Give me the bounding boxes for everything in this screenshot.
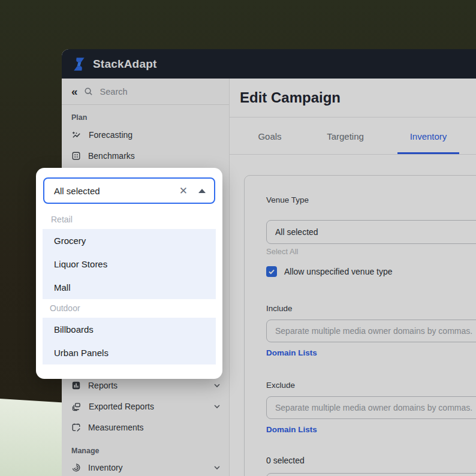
- option-grocery[interactable]: Grocery: [43, 229, 216, 252]
- dropdown-group-retail: Retail: [51, 215, 73, 224]
- venue-type-dropdown: All selected ✕ Retail Grocery Liquor Sto…: [36, 168, 222, 379]
- caret-up-icon[interactable]: [198, 189, 206, 193]
- clear-selection-icon[interactable]: ✕: [179, 186, 188, 196]
- option-mall[interactable]: Mall: [43, 276, 216, 299]
- dropdown-value: All selected: [54, 186, 100, 196]
- outdoor-options: Billboards Urban Panels: [43, 318, 216, 364]
- option-liquor-stores[interactable]: Liquor Stores: [43, 252, 216, 276]
- dropdown-group-outdoor: Outdoor: [50, 303, 80, 313]
- background-photo-light-area: [0, 399, 66, 476]
- option-urban-panels[interactable]: Urban Panels: [43, 341, 216, 364]
- option-billboards[interactable]: Billboards: [43, 318, 216, 341]
- retail-options: Grocery Liquor Stores Mall: [43, 229, 216, 299]
- dropdown-search-input[interactable]: All selected ✕: [43, 177, 215, 204]
